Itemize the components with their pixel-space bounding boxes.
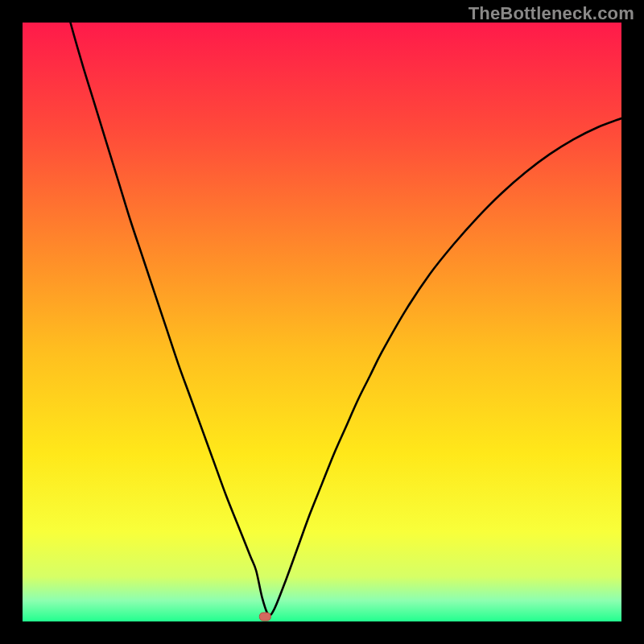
watermark-text: TheBottleneck.com	[469, 3, 634, 24]
gradient-background	[23, 23, 621, 621]
plot-area	[23, 23, 621, 621]
optimal-point-marker	[259, 613, 270, 621]
outer-frame: TheBottleneck.com	[0, 0, 644, 644]
chart-svg	[23, 23, 621, 621]
